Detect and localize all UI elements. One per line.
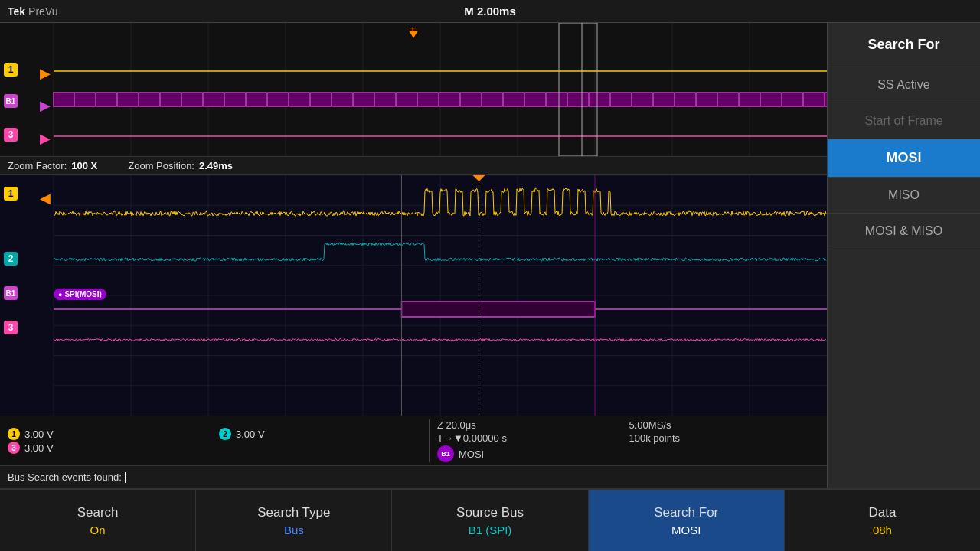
meas-right: Z 20.0μs 5.00MS/s T→▼0.00000 s 100k poin… xyxy=(429,419,819,462)
panel-ss-active[interactable]: SS Active xyxy=(828,67,980,103)
overview-canvas xyxy=(0,23,827,156)
bus-arrow: ▶ xyxy=(40,97,51,114)
search-type-btn-label: Search Type xyxy=(257,505,330,520)
measurements-bar: 1 3.00 V 2 3.00 V 3 3.00 V xyxy=(0,416,827,465)
ch1-arrow: ▶ xyxy=(40,65,51,82)
ch3-meas-value: 3.00 V xyxy=(24,442,54,454)
ch3-meas: 3 3.00 V xyxy=(8,442,217,454)
panel-miso[interactable]: MISO xyxy=(828,178,980,214)
data-btn-label: Data xyxy=(868,505,896,520)
ch2-meas-dot: 2 xyxy=(219,428,231,440)
panel-start-frame[interactable]: Start of Frame xyxy=(828,103,980,139)
zoom-ch1-badge: 1 xyxy=(4,187,18,201)
ch3-badge: 3 xyxy=(4,128,18,142)
panel-mosi-miso[interactable]: MOSI & MISO xyxy=(828,214,980,249)
zoom-ch3-badge: 3 xyxy=(4,321,18,334)
search-for-button[interactable]: Search For MOSI xyxy=(589,490,785,551)
app-title: PreVu xyxy=(28,5,57,18)
search-for-btn-sub: MOSI xyxy=(671,523,701,536)
zoom-time-value: Z 20.0μs xyxy=(437,419,476,431)
ch2-meas-value: 3.00 V xyxy=(236,429,265,440)
timebase-display: M 2.00ms xyxy=(464,5,516,18)
source-bus-btn-label: Source Bus xyxy=(456,505,524,520)
ch3-arrow: ▶ xyxy=(40,130,51,147)
time-ref-value: T→▼0.00000 s xyxy=(437,432,507,444)
points-meas: 100k points xyxy=(629,432,820,444)
ch1-meas-dot: 1 xyxy=(8,428,20,440)
events-label: Bus Search events found: xyxy=(8,471,122,483)
data-btn-sub: 08h xyxy=(873,523,892,536)
zoom-canvas xyxy=(0,175,827,416)
search-for-btn-label: Search For xyxy=(654,505,718,520)
scope-area: ▶ ▶ ▶ 1 B1 3 Zoom Factor: 100 X Zoom Pos… xyxy=(0,23,827,488)
events-bar: Bus Search events found: xyxy=(0,465,827,488)
time-ref-meas: T→▼0.00000 s xyxy=(437,432,628,444)
zoom-factor-value: 100 X xyxy=(71,160,97,171)
mosi-meas: B1 MOSI xyxy=(437,445,819,462)
zoom-position-value: 2.49ms xyxy=(199,160,233,171)
source-bus-button[interactable]: Source Bus B1 (SPI) xyxy=(392,490,588,551)
points-value: 100k points xyxy=(629,432,681,444)
right-panel: Search For SS Active Start of Frame MOSI… xyxy=(827,23,980,488)
bus-badge: B1 xyxy=(4,94,18,108)
search-btn-sub: On xyxy=(90,523,106,536)
search-button[interactable]: Search On xyxy=(0,490,196,551)
zoom-position-label: Zoom Position: xyxy=(128,160,194,171)
mosi-meas-label: MOSI xyxy=(459,448,484,460)
search-type-button[interactable]: Search Type Bus xyxy=(196,490,392,551)
zoom-waveform-area: ◀ 1 2 B1 3 ●SPI(MOSI) MOSI: 01 xyxy=(0,175,827,416)
ch1-meas-value: 3.00 V xyxy=(24,429,54,440)
zoom-info-bar: Zoom Factor: 100 X Zoom Position: 2.49ms xyxy=(0,157,827,175)
data-button[interactable]: Data 08h xyxy=(785,490,980,551)
zoom-factor-label: Zoom Factor: xyxy=(8,160,67,171)
ch1-badge: 1 xyxy=(4,63,18,77)
sample-rate-value: 5.00MS/s xyxy=(629,419,671,431)
overview-waveform: ▶ ▶ ▶ 1 B1 3 xyxy=(0,23,827,157)
zoom-ch1-arrow: ◀ xyxy=(40,190,51,207)
panel-title: Search For xyxy=(828,23,980,67)
zoom-bus-badge: B1 xyxy=(4,286,18,300)
ch1-meas: 1 3.00 V xyxy=(8,428,217,440)
meas-left: 1 3.00 V 2 3.00 V 3 3.00 V xyxy=(8,428,429,454)
bottom-toolbar: Search On Search Type Bus Source Bus B1 … xyxy=(0,488,980,551)
header: Tek PreVu M 2.00ms xyxy=(0,0,980,23)
zoom-time-meas: Z 20.0μs xyxy=(437,419,628,431)
main-area: ▶ ▶ ▶ 1 B1 3 Zoom Factor: 100 X Zoom Pos… xyxy=(0,23,980,488)
source-bus-btn-sub: B1 (SPI) xyxy=(469,523,512,536)
zoom-ch2-badge: 2 xyxy=(4,252,18,266)
events-cursor xyxy=(125,472,126,483)
search-type-btn-sub: Bus xyxy=(284,523,304,536)
panel-mosi[interactable]: MOSI xyxy=(828,139,980,178)
sample-rate-meas: 5.00MS/s xyxy=(629,419,820,431)
ch2-meas: 2 3.00 V xyxy=(219,428,429,440)
mosi-badge: B1 xyxy=(437,445,454,462)
search-btn-label: Search xyxy=(77,505,119,520)
ch3-meas-dot: 3 xyxy=(8,442,20,454)
logo: Tek xyxy=(8,5,25,18)
spi-mosi-label: ●SPI(MOSI) xyxy=(54,289,106,300)
